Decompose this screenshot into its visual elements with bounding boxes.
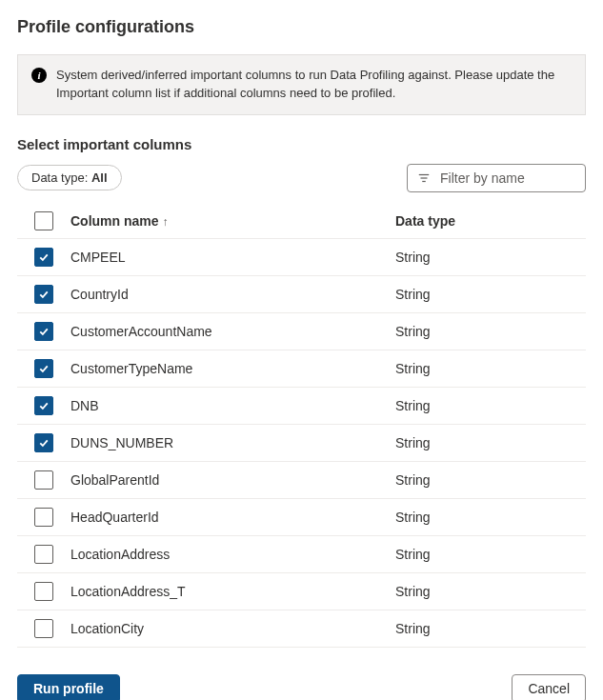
column-name-cell: LocationAddress_T [70, 584, 395, 599]
row-checkbox[interactable] [34, 508, 53, 527]
data-type-cell: String [395, 435, 586, 450]
row-checkbox[interactable] [34, 285, 53, 304]
row-checkbox[interactable] [34, 619, 53, 638]
table-row: DUNS_NUMBERString [17, 425, 586, 462]
data-type-cell: String [395, 324, 586, 339]
pill-prefix: Data type: [31, 170, 91, 185]
row-checkbox[interactable] [34, 433, 53, 452]
table-row: GlobalParentIdString [17, 462, 586, 499]
column-name-cell: LocationCity [70, 621, 395, 636]
run-profile-button[interactable]: Run profile [17, 674, 120, 700]
info-icon: i [31, 68, 47, 83]
row-checkbox[interactable] [34, 359, 53, 378]
column-name-cell: DUNS_NUMBER [70, 435, 395, 450]
row-checkbox[interactable] [34, 322, 53, 341]
data-type-cell: String [395, 361, 586, 376]
column-name-cell: CountryId [70, 287, 395, 302]
column-name-cell: CustomerTypeName [70, 361, 395, 376]
info-box: i System derived/inferred important colu… [17, 54, 586, 115]
table-row: LocationAddress_TString [17, 573, 586, 610]
filter-icon [417, 171, 431, 185]
column-name-cell: CustomerAccountName [70, 324, 395, 339]
column-name-header[interactable]: Column name↑ [70, 213, 395, 229]
data-type-cell: String [395, 398, 586, 413]
columns-table: Column name↑ Data type CMPEELStringCount… [17, 204, 586, 648]
table-row: CustomerTypeNameString [17, 350, 586, 388]
column-name-cell: HeadQuarterId [70, 510, 395, 525]
data-type-cell: String [395, 510, 586, 525]
table-row: DNBString [17, 388, 586, 425]
table-header: Column name↑ Data type [17, 204, 586, 239]
data-type-cell: String [395, 287, 586, 302]
table-row: HeadQuarterIdString [17, 499, 586, 536]
row-checkbox[interactable] [34, 248, 53, 267]
page-title: Profile configurations [17, 17, 586, 37]
row-checkbox[interactable] [34, 545, 53, 564]
footer: Run profile Cancel [17, 674, 586, 700]
column-name-cell: GlobalParentId [70, 472, 395, 488]
table-row: LocationAddressString [17, 536, 586, 573]
table-row: CMPEELString [17, 239, 586, 276]
column-name-cell: LocationAddress [70, 547, 395, 562]
column-name-cell: CMPEEL [70, 250, 395, 265]
sort-asc-icon: ↑ [163, 215, 169, 229]
select-all-checkbox[interactable] [34, 211, 53, 230]
data-type-cell: String [395, 584, 586, 599]
row-checkbox[interactable] [34, 470, 53, 490]
row-checkbox[interactable] [34, 396, 53, 415]
data-type-header[interactable]: Data type [395, 213, 586, 229]
filter-by-name-input[interactable] [438, 170, 575, 187]
row-checkbox[interactable] [34, 582, 53, 601]
data-type-cell: String [395, 250, 586, 265]
data-type-cell: String [395, 621, 586, 636]
table-row: CountryIdString [17, 276, 586, 313]
data-type-filter-pill[interactable]: Data type: All [17, 165, 122, 190]
info-text: System derived/inferred important column… [56, 67, 572, 103]
section-title: Select important columns [17, 136, 586, 152]
table-row: LocationCityString [17, 610, 586, 648]
data-type-cell: String [395, 547, 586, 562]
filter-row: Data type: All [17, 164, 586, 192]
table-row: CustomerAccountNameString [17, 313, 586, 350]
pill-value: All [91, 170, 108, 185]
data-type-cell: String [395, 472, 586, 488]
filter-by-name-wrap[interactable] [407, 164, 586, 192]
column-name-cell: DNB [70, 398, 395, 413]
cancel-button[interactable]: Cancel [512, 674, 586, 700]
